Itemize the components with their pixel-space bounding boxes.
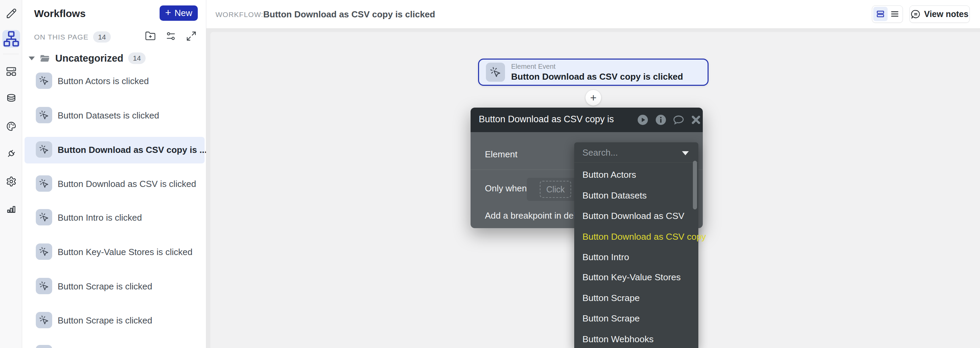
add-step-button[interactable]: + [585, 90, 601, 106]
element-field-label: Element [485, 149, 517, 160]
list-view-toggle[interactable] [888, 7, 902, 21]
node-title: Button Download as CSV copy is clicked [511, 71, 683, 82]
dropdown-option[interactable]: Button Datasets [574, 185, 693, 206]
workflows-panel: Workflows + New ON THIS PAGE 14 Uncatego… [22, 0, 206, 348]
dropdown-option-selected[interactable]: Button Download as CSV copy [574, 226, 693, 247]
breakpoint-link[interactable]: Add a breakpoint in deb [485, 210, 579, 221]
filter-sliders-icon[interactable] [165, 31, 176, 41]
cursor-click-icon [36, 141, 52, 158]
cursor-click-icon [36, 244, 52, 260]
open-folder-icon [40, 53, 51, 64]
on-this-page-label: ON THIS PAGE [34, 33, 88, 41]
dropdown-option[interactable]: Button Download as CSV [574, 206, 693, 226]
dropdown-scrollbar[interactable] [693, 161, 697, 209]
cursor-click-icon [36, 107, 52, 123]
app-root: Workflows + New ON THIS PAGE 14 Uncatego… [0, 0, 980, 348]
workflow-item-label: Button Intro is clicked [57, 212, 142, 223]
comment-bubble-icon[interactable] [673, 114, 685, 126]
card-view-toggle[interactable] [873, 7, 888, 21]
new-button-label: New [175, 8, 192, 18]
dropdown-option[interactable]: Button Actors [574, 165, 693, 185]
pencil-icon[interactable] [5, 8, 17, 19]
workflow-list-item[interactable]: Button Scrape is clicked [22, 303, 206, 337]
modal-title: Button Download as CSV copy is [479, 114, 614, 125]
workflow-item-label: Button Actors is clicked [57, 76, 149, 87]
expand-icon[interactable] [186, 31, 197, 41]
notes-bubble-icon [911, 9, 921, 19]
folder-count-badge: 14 [128, 52, 146, 64]
view-notes-label: View notes [924, 9, 969, 19]
workflow-title: Button Download as CSV copy is clicked [263, 9, 435, 20]
element-search-input[interactable] [582, 146, 678, 159]
cursor-click-icon [36, 209, 52, 225]
cursor-click-icon [36, 73, 52, 89]
workflow-eyebrow-label: WORKFLOW: [215, 11, 263, 19]
workflow-item-label: Button Download as CSV copy is ... [57, 145, 206, 155]
dropdown-option[interactable]: Button Scrape [574, 288, 693, 308]
modal-header[interactable]: Button Download as CSV copy is [471, 108, 703, 132]
dropdown-option[interactable]: Button Scrape [574, 308, 693, 329]
view-mode-toggle [872, 5, 903, 23]
element-event-node[interactable]: Element Event Button Download as CSV cop… [478, 59, 709, 86]
workflow-list-item[interactable]: Button Datasets is clicked [22, 98, 206, 132]
close-icon[interactable] [690, 114, 700, 126]
chevron-down-icon[interactable] [682, 151, 689, 155]
play-circle-icon[interactable] [636, 114, 649, 126]
folder-name: Uncategorized [55, 53, 123, 64]
bar-chart-icon[interactable] [5, 203, 17, 215]
cursor-click-icon [486, 63, 505, 82]
dropdown-search-row [574, 142, 698, 163]
plus-icon: + [165, 8, 171, 18]
workflow-list-item[interactable]: Button Download as CSV is clicked [22, 166, 206, 201]
palette-icon[interactable] [5, 120, 17, 132]
on-this-page-count-badge: 14 [93, 31, 110, 43]
dropdown-option[interactable]: Button Intro [574, 247, 693, 267]
card-view-icon [876, 9, 885, 19]
panel-title: Workflows [34, 8, 86, 19]
plug-icon[interactable] [5, 148, 17, 159]
cursor-click-icon [36, 278, 52, 294]
only-when-label: Only when [485, 183, 527, 194]
workflow-sitemap-icon[interactable] [2, 30, 20, 47]
workflow-list-item-selected[interactable]: Button Download as CSV copy is ... [22, 133, 206, 166]
topbar: WORKFLOW: Button Download as CSV copy is… [206, 0, 980, 28]
rail-divider [3, 54, 19, 54]
info-circle-icon[interactable] [655, 114, 667, 126]
dropdown-option[interactable]: Button Webhooks [574, 329, 693, 348]
cursor-click-icon [36, 312, 52, 328]
workflow-list-item[interactable]: Button Scrape is clicked [22, 269, 206, 303]
workflow-list-item[interactable]: Button Key-Value Stores is clicked [22, 235, 206, 269]
new-workflow-button[interactable]: + New [159, 5, 198, 21]
click-event-chip[interactable]: Click [540, 181, 571, 198]
dropdown-option[interactable]: Button Key-Value Stores [574, 267, 693, 287]
database-icon[interactable] [5, 93, 17, 104]
view-notes-button[interactable]: View notes [909, 5, 970, 23]
gear-icon[interactable] [5, 176, 17, 187]
workflow-item-label: Button Scrape is clicked [57, 315, 152, 326]
workflow-list-item[interactable]: Button Intro is clicked [22, 200, 206, 234]
on-this-page-row: ON THIS PAGE 14 [34, 31, 111, 43]
new-folder-icon[interactable] [145, 31, 156, 41]
workflow-item-label: Button Datasets is clicked [57, 110, 159, 121]
workflow-item-label: Button Download as CSV is clicked [57, 179, 196, 189]
element-dropdown: Button Actors Button Datasets Button Dow… [574, 142, 698, 348]
node-text: Element Event Button Download as CSV cop… [511, 63, 683, 82]
icon-rail [0, 0, 22, 348]
workflow-list-item[interactable]: Button Actors is clicked [22, 64, 206, 98]
components-icon[interactable] [5, 66, 17, 77]
collapse-caret-icon[interactable] [29, 57, 35, 60]
list-view-icon [890, 9, 899, 19]
workflow-item-label: Button Scrape is clicked [57, 281, 152, 292]
partial-next-item-tile [36, 345, 52, 348]
node-type-label: Element Event [511, 63, 683, 71]
cursor-click-icon [36, 176, 52, 192]
workflow-item-label: Button Key-Value Stores is clicked [57, 247, 192, 258]
